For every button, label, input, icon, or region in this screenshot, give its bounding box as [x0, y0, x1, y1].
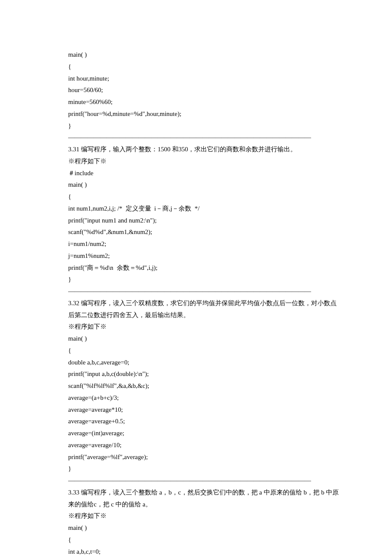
code-line: printf("商＝%d\n 余数＝%d",i,j);	[68, 262, 341, 274]
code-line: {	[68, 345, 341, 357]
code-line: int a,b,c,t=0;	[68, 546, 341, 555]
separator: ——————————————————————————————————————	[68, 286, 341, 298]
code-line: printf("input a,b,c(double):\n");	[68, 368, 341, 380]
document-page: main( ) { int hour,minute; hour=560/60; …	[0, 0, 392, 555]
question-title-3-31: 3.31 编写程序，输入两个整数：1500 和350，求出它们的商数和余数并进行…	[68, 144, 341, 156]
code-line: printf("input num1 and num2:\n");	[68, 215, 341, 227]
code-line: }	[68, 274, 341, 286]
question-title-3-33: 3.33 编写程序，读入三个整数给 a，b，c，然后交换它们中的数，把 a 中原…	[68, 487, 341, 511]
code-block-33: main( ) { int a,b,c,t=0; printf("input a…	[68, 522, 341, 555]
code-line: int num1,num2,i,j; /* 定义变量 i－商,j－余数 */	[68, 203, 341, 215]
code-line: i=num1/num2;	[68, 238, 341, 250]
code-line: main( )	[68, 49, 341, 61]
code-line: average=average*10;	[68, 404, 341, 416]
code-line: average=average+0.5;	[68, 416, 341, 428]
code-line: main( )	[68, 179, 341, 191]
separator: ——————————————————————————————————————	[68, 475, 341, 487]
code-block-0: main( ) { int hour,minute; hour=560/60; …	[68, 49, 341, 132]
code-block-31: ＃include main( ) { int num1,num2,i,j; /*…	[68, 168, 341, 286]
code-line: main( )	[68, 522, 341, 534]
code-line: printf("hour=%d,minute=%d",hour,minute);	[68, 108, 341, 120]
code-line: ＃include	[68, 168, 341, 179]
code-line: j=num1%num2;	[68, 250, 341, 262]
code-line: int hour,minute;	[68, 73, 341, 85]
code-line: }	[68, 120, 341, 132]
code-line: average=average/10;	[68, 439, 341, 451]
code-line: average=(int)average;	[68, 428, 341, 439]
code-line: average=(a+b+c)/3;	[68, 392, 341, 404]
code-block-32: main( ) { double a,b,c,average=0; printf…	[68, 333, 341, 475]
code-line: {	[68, 191, 341, 203]
program-header: ※程序如下※	[68, 321, 341, 333]
code-line: {	[68, 534, 341, 546]
code-line: printf("average=%lf",average);	[68, 451, 341, 463]
code-line: minute=560%60;	[68, 96, 341, 108]
code-line: double a,b,c,average=0;	[68, 357, 341, 369]
code-line: scanf("%d%d",&num1,&num2);	[68, 226, 341, 238]
code-line: hour=560/60;	[68, 84, 341, 96]
code-line: {	[68, 61, 341, 73]
code-line: }	[68, 463, 341, 475]
question-title-3-32: 3.32 编写程序，读入三个双精度数，求它们的平均值并保留此平均值小数点后一位数…	[68, 298, 341, 321]
separator: ——————————————————————————————————————	[68, 132, 341, 144]
program-header: ※程序如下※	[68, 510, 341, 522]
program-header: ※程序如下※	[68, 156, 341, 168]
code-line: scanf("%lf%lf%lf",&a,&b,&c);	[68, 380, 341, 392]
code-line: main( )	[68, 333, 341, 345]
